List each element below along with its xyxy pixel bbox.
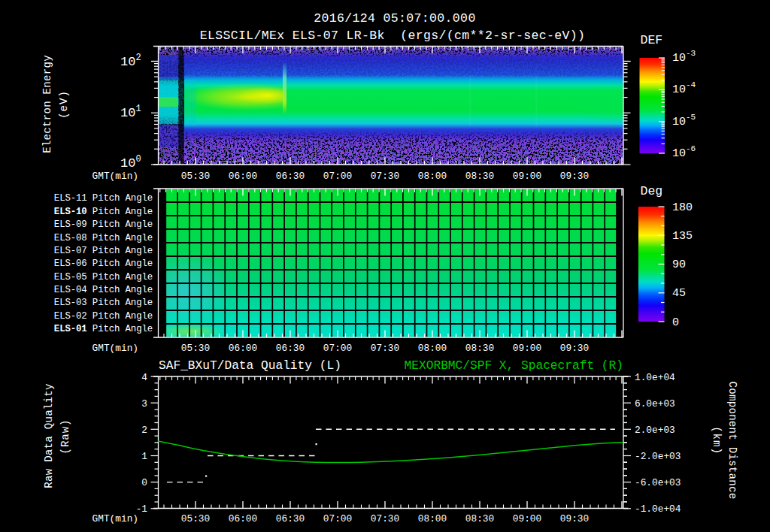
svg-text:06:00: 06:00 (229, 171, 257, 182)
svg-text:07:00: 07:00 (323, 513, 352, 524)
svg-text:07:00: 07:00 (323, 171, 352, 182)
svg-text:06:30: 06:30 (276, 343, 305, 354)
svg-text:-2.0e+03: -2.0e+03 (635, 451, 681, 462)
svg-text:06:30: 06:30 (276, 171, 305, 182)
svg-text:09:30: 09:30 (560, 343, 589, 354)
svg-text:3: 3 (141, 398, 147, 410)
svg-text:180: 180 (672, 201, 693, 214)
svg-text:08:30: 08:30 (465, 343, 494, 354)
svg-text:0: 0 (141, 477, 147, 488)
svg-text:ELS-09 Pitch Angle: ELS-09 Pitch Angle (54, 219, 153, 230)
svg-text:90: 90 (672, 258, 686, 271)
svg-text:(km): (km) (711, 426, 723, 455)
svg-text:135: 135 (672, 230, 693, 243)
svg-text:Component Distance: Component Distance (726, 382, 738, 500)
svg-text:(Raw): (Raw) (59, 419, 71, 454)
svg-text:4: 4 (141, 372, 147, 383)
svg-text:08:30: 08:30 (465, 513, 494, 524)
svg-text:-6.0e+03: -6.0e+03 (635, 477, 681, 488)
svg-text:45: 45 (672, 287, 686, 300)
svg-text:SAF_BXuT/Data Quality (L): SAF_BXuT/Data Quality (L) (159, 359, 341, 373)
svg-text:09:00: 09:00 (513, 171, 541, 182)
svg-text:1: 1 (141, 451, 147, 462)
svg-text:GMT(min): GMT(min) (92, 343, 138, 354)
svg-text:ELS-02 Pitch Angle: ELS-02 Pitch Angle (54, 311, 153, 322)
svg-text:ELS-10 Pitch Angle: ELS-10 Pitch Angle (54, 207, 153, 217)
svg-text:ELS-11 Pitch Angle: ELS-11 Pitch Angle (54, 193, 153, 204)
svg-text:07:00: 07:00 (323, 343, 352, 354)
svg-text:-1.0e+04: -1.0e+04 (635, 503, 681, 515)
svg-text:Raw Data Quality: Raw Data Quality (43, 383, 55, 488)
svg-text:06:30: 06:30 (276, 513, 305, 524)
svg-text:2: 2 (141, 425, 147, 436)
svg-text:05:30: 05:30 (181, 343, 210, 354)
svg-text:07:30: 07:30 (371, 171, 399, 182)
svg-text:ELS-05 Pitch Angle: ELS-05 Pitch Angle (54, 272, 153, 283)
svg-text:07:30: 07:30 (371, 343, 399, 354)
svg-text:0: 0 (672, 316, 679, 329)
svg-text:DEF: DEF (641, 33, 663, 47)
svg-text:2.0e+03: 2.0e+03 (635, 425, 675, 436)
svg-text:Deg: Deg (641, 184, 663, 198)
svg-text:Electron Energy: Electron Energy (41, 55, 53, 153)
svg-text:6.0e+03: 6.0e+03 (635, 398, 675, 410)
svg-text:08:00: 08:00 (418, 171, 447, 182)
svg-text:09:30: 09:30 (560, 171, 589, 182)
svg-text:06:00: 06:00 (229, 343, 257, 354)
svg-text:09:30: 09:30 (560, 513, 589, 524)
svg-text:06:00: 06:00 (229, 513, 257, 524)
svg-text:ELS-08 Pitch Angle: ELS-08 Pitch Angle (54, 233, 153, 243)
svg-text:ELS-01 Pitch Angle: ELS-01 Pitch Angle (54, 324, 153, 334)
svg-text:2016/124 05:07:00.000: 2016/124 05:07:00.000 (314, 11, 475, 26)
svg-text:1.0e+04: 1.0e+04 (635, 372, 675, 383)
svg-text:08:30: 08:30 (465, 171, 494, 182)
svg-text:09:00: 09:00 (513, 343, 541, 354)
svg-text:ELS-03 Pitch Angle: ELS-03 Pitch Angle (54, 298, 153, 308)
svg-text:ELS-06 Pitch Angle: ELS-06 Pitch Angle (54, 258, 153, 269)
svg-text:ELSSCIL/MEx ELS-07 LR-Bk (erg: ELSSCIL/MEx ELS-07 LR-Bk (ergs/(cm**2-sr… (200, 29, 586, 43)
svg-text:MEXORBMC/SPF X, Spacecraft (R): MEXORBMC/SPF X, Spacecraft (R) (405, 359, 623, 373)
svg-text:GMT(min): GMT(min) (92, 171, 138, 182)
svg-text:05:30: 05:30 (181, 513, 210, 524)
svg-text:(eV): (eV) (58, 90, 70, 119)
svg-text:05:30: 05:30 (181, 171, 210, 182)
svg-text:ELS-07 Pitch Angle: ELS-07 Pitch Angle (54, 246, 153, 256)
svg-text:ELS-04 Pitch Angle: ELS-04 Pitch Angle (54, 285, 153, 295)
svg-text:GMT(min): GMT(min) (92, 513, 138, 524)
svg-text:07:30: 07:30 (371, 513, 399, 524)
svg-text:08:00: 08:00 (418, 513, 447, 524)
svg-text:09:00: 09:00 (513, 513, 541, 524)
svg-text:08:00: 08:00 (418, 343, 447, 354)
